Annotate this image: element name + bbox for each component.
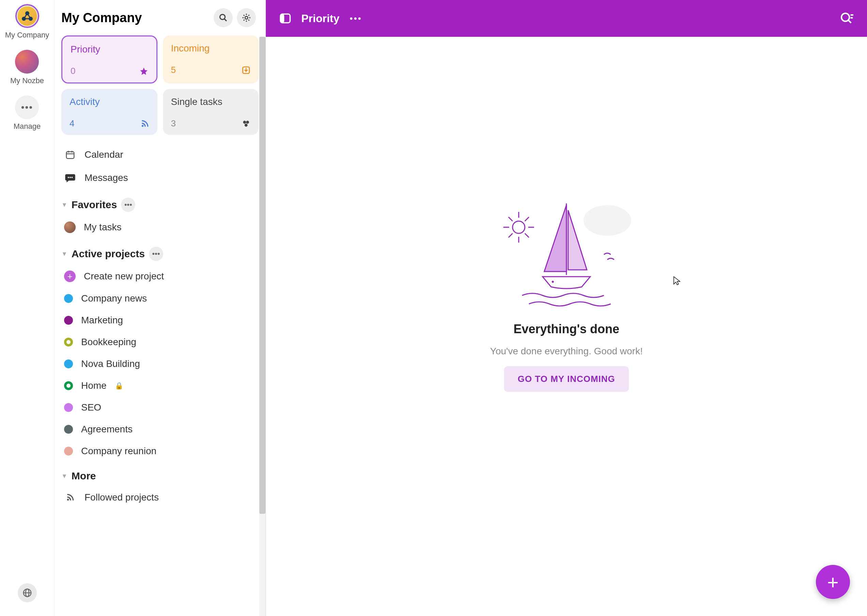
settings-button[interactable] bbox=[237, 8, 256, 27]
project-item[interactable]: Marketing bbox=[61, 310, 259, 331]
project-color-dot bbox=[64, 338, 73, 347]
rail-bottom bbox=[18, 583, 37, 602]
project-color-dot bbox=[64, 381, 73, 390]
rss-icon bbox=[140, 119, 149, 128]
card-count: 3 bbox=[171, 118, 176, 129]
project-item[interactable]: Company news bbox=[61, 288, 259, 310]
card-count: 5 bbox=[171, 65, 176, 75]
globe-icon bbox=[22, 588, 32, 598]
project-color-dot bbox=[64, 403, 73, 412]
company-avatar bbox=[15, 4, 39, 28]
chevron-down-icon: ▼ bbox=[61, 201, 68, 209]
project-label: Bookkeeping bbox=[81, 336, 136, 347]
favorite-my-tasks[interactable]: My tasks bbox=[61, 216, 259, 239]
rss-icon bbox=[64, 491, 76, 504]
svg-line-36 bbox=[508, 233, 513, 237]
section-title: Favorites bbox=[72, 199, 117, 211]
svg-rect-14 bbox=[66, 152, 74, 159]
project-item[interactable]: Company reunion bbox=[61, 440, 259, 462]
workspace-my-company[interactable]: My Company bbox=[5, 4, 49, 39]
empty-state: Everything's done You've done everything… bbox=[266, 37, 867, 616]
project-item[interactable]: Bookkeeping bbox=[61, 331, 259, 353]
card-label: Incoming bbox=[171, 43, 251, 54]
nav-label: Calendar bbox=[85, 149, 123, 160]
workspace-label: Manage bbox=[14, 122, 41, 131]
followed-projects[interactable]: Followed projects bbox=[61, 486, 259, 509]
inbox-icon bbox=[242, 66, 250, 75]
svg-point-11 bbox=[243, 121, 246, 124]
cluster-icon bbox=[242, 119, 250, 128]
project-color-dot bbox=[64, 425, 73, 434]
card-label: Priority bbox=[71, 44, 148, 55]
project-item[interactable]: Home🔒 bbox=[61, 375, 259, 397]
project-label: Marketing bbox=[81, 315, 123, 326]
svg-point-8 bbox=[245, 16, 248, 19]
card-single-tasks[interactable]: Single tasks 3 bbox=[163, 89, 259, 135]
section-title: More bbox=[72, 470, 96, 482]
empty-subtitle: You've done everything. Good work! bbox=[490, 346, 643, 357]
card-priority[interactable]: Priority 0 bbox=[61, 35, 157, 83]
workspace-manage[interactable]: ••• Manage bbox=[14, 96, 41, 131]
workspace-rail: My Company My Nozbe ••• Manage bbox=[0, 0, 55, 616]
card-activity[interactable]: Activity 4 bbox=[61, 89, 157, 135]
project-label: Home bbox=[81, 380, 107, 391]
search-button[interactable] bbox=[214, 8, 233, 27]
plus-icon: + bbox=[827, 571, 839, 594]
summary-cards: Priority 0 Incoming 5 Activity 4 bbox=[61, 35, 259, 135]
workspace-label: My Company bbox=[5, 31, 49, 39]
svg-point-21 bbox=[67, 499, 69, 501]
card-incoming[interactable]: Incoming 5 bbox=[163, 35, 259, 83]
project-color-dot bbox=[64, 294, 73, 303]
workspace-label: My Nozbe bbox=[10, 76, 44, 85]
star-icon bbox=[139, 67, 148, 75]
followed-label: Followed projects bbox=[85, 492, 159, 503]
sidebar-title: My Company bbox=[61, 11, 209, 25]
project-color-dot bbox=[64, 360, 73, 368]
svg-point-20 bbox=[71, 177, 72, 178]
plus-icon: + bbox=[64, 270, 76, 282]
section-title: Active projects bbox=[72, 248, 145, 259]
empty-title: Everything's done bbox=[514, 322, 620, 336]
view-menu-button[interactable]: ••• bbox=[350, 13, 362, 24]
svg-line-34 bbox=[508, 217, 513, 221]
nav-messages[interactable]: Messages bbox=[61, 166, 259, 189]
create-new-project[interactable]: + Create new project bbox=[61, 265, 259, 288]
scrollbar-thumb[interactable] bbox=[260, 37, 266, 514]
svg-line-25 bbox=[848, 20, 851, 23]
section-more[interactable]: ▼ More bbox=[61, 462, 259, 486]
section-active-projects[interactable]: ▼ Active projects ••• bbox=[61, 239, 259, 265]
card-count: 4 bbox=[69, 118, 74, 129]
chevron-down-icon: ▼ bbox=[61, 473, 68, 480]
card-label: Activity bbox=[69, 96, 149, 107]
project-label: Nova Building bbox=[81, 358, 140, 369]
sidebar-scroll: Priority 0 Incoming 5 Activity 4 bbox=[55, 35, 266, 616]
nav-calendar[interactable]: Calendar bbox=[61, 143, 259, 166]
view-title: Priority bbox=[301, 12, 340, 25]
svg-point-12 bbox=[246, 121, 249, 124]
sidebar-toggle-icon[interactable] bbox=[280, 13, 291, 24]
section-menu-button[interactable]: ••• bbox=[149, 247, 163, 261]
project-item[interactable]: Nova Building bbox=[61, 353, 259, 375]
add-task-fab[interactable]: + bbox=[816, 565, 850, 599]
svg-point-10 bbox=[142, 125, 143, 126]
card-label: Single tasks bbox=[171, 96, 251, 107]
sidebar-header: My Company bbox=[55, 0, 266, 35]
main-area: Priority ••• bbox=[266, 0, 867, 616]
svg-rect-23 bbox=[280, 14, 284, 23]
card-count: 0 bbox=[71, 66, 76, 76]
workspace-my-nozbe[interactable]: My Nozbe bbox=[10, 50, 44, 85]
gear-icon bbox=[242, 13, 251, 22]
project-color-dot bbox=[64, 316, 73, 325]
filter-search-icon[interactable] bbox=[840, 12, 853, 25]
go-to-incoming-button[interactable]: GO TO MY INCOMING bbox=[504, 366, 629, 392]
search-icon bbox=[219, 13, 228, 22]
project-item[interactable]: SEO bbox=[61, 397, 259, 418]
globe-button[interactable] bbox=[18, 583, 37, 602]
project-item[interactable]: Agreements bbox=[61, 418, 259, 440]
lock-icon: 🔒 bbox=[115, 382, 123, 390]
user-avatar-icon bbox=[64, 222, 76, 233]
sailboat-illustration bbox=[498, 193, 634, 313]
section-menu-button[interactable]: ••• bbox=[121, 198, 135, 212]
project-label: SEO bbox=[81, 402, 101, 413]
section-favorites[interactable]: ▼ Favorites ••• bbox=[61, 189, 259, 216]
